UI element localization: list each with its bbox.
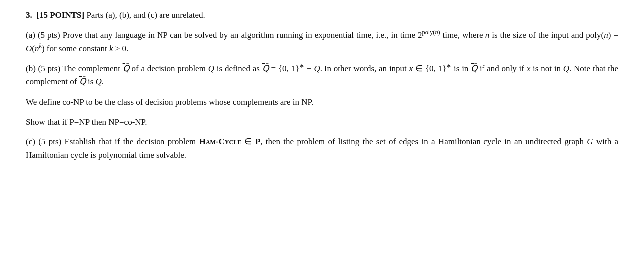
ham-cycle: Ham-Cycle	[199, 137, 242, 146]
var-x1: x	[409, 64, 413, 73]
part-c-label: (c) (5 pts)	[26, 137, 64, 146]
q4: Q	[96, 77, 102, 86]
big-o: O	[26, 44, 32, 53]
q-bar-4: Q̄	[79, 77, 86, 86]
poly-exponent: poly(n)	[422, 29, 440, 36]
var-n2: n	[604, 30, 608, 40]
part-b-label: (b) (5 pts)	[26, 64, 63, 73]
var-k: k	[109, 44, 113, 53]
var-n: n	[485, 30, 490, 40]
problem-container: 3. [15 POINTS] Parts (a), (b), and (c) a…	[26, 9, 618, 162]
part-a: (a) (5 pts) Prove that any language in N…	[26, 29, 618, 55]
p-bold: P	[255, 137, 260, 146]
problem-number: 3.	[26, 10, 32, 20]
star-2: ∗	[446, 62, 451, 69]
problem-header: 3. [15 POINTS] Parts (a), (b), and (c) a…	[26, 9, 618, 22]
q1: Q	[208, 64, 214, 73]
points-bracket: [15 POINTS]	[34, 10, 84, 20]
q-bar-2: Q̄	[262, 64, 269, 73]
header-text: Parts (a), (b), and (c) are unrelated.	[84, 10, 205, 20]
q-bar-1: Q̄	[123, 64, 129, 73]
k-exponent: k	[39, 42, 41, 49]
q3: Q	[563, 64, 569, 73]
var-g: G	[587, 137, 593, 146]
part-a-label: (a) (5 pts)	[26, 30, 63, 40]
co-np-definition: We define co-NP to be the class of decis…	[26, 96, 618, 109]
part-b: (b) (5 pts) The complement Q̄ of a decis…	[26, 62, 618, 89]
var-x2: x	[527, 64, 531, 73]
q-bar-3: Q̄	[471, 64, 477, 73]
show-p-np: Show that if P=NP then NP=co-NP.	[26, 116, 618, 129]
q2: Q	[314, 64, 320, 73]
part-c: (c) (5 pts) Establish that if the decisi…	[26, 136, 618, 162]
star-1: ∗	[299, 62, 304, 69]
